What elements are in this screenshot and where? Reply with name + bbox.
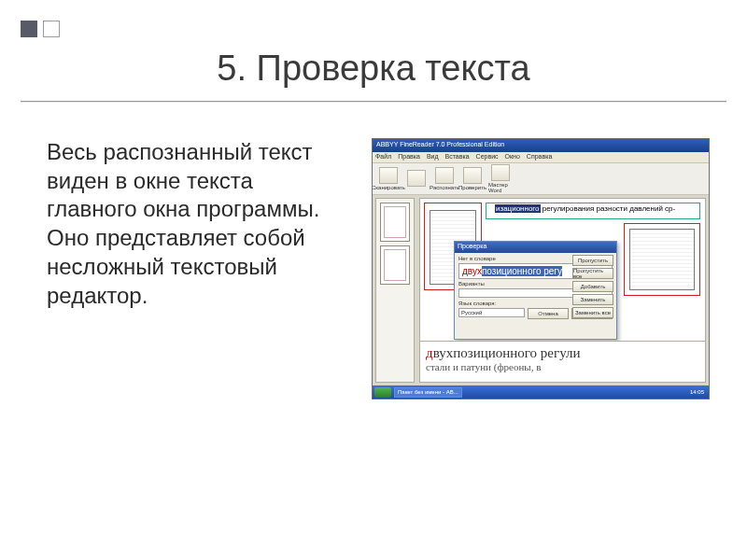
toolbar-open[interactable] xyxy=(404,170,429,188)
menu-item[interactable]: Файл xyxy=(375,153,391,161)
toolbar-label: Проверить xyxy=(458,185,486,190)
taskbar-item[interactable]: Пакет без имени - AB... xyxy=(394,387,462,398)
body-paragraph: Весь распознанный текст виден в окне тек… xyxy=(47,138,345,310)
menu-item[interactable]: Правка xyxy=(398,153,420,161)
replace-button[interactable]: Заменить xyxy=(572,294,613,305)
slide-title: 5. Проверка текста xyxy=(0,49,747,89)
menu-item[interactable]: Сервис xyxy=(476,153,499,161)
thumbnail-page-1[interactable] xyxy=(380,203,410,242)
toolbar-label: Сканировать xyxy=(372,185,405,190)
text-line-2: стали и патуни (фреоны, в xyxy=(426,361,699,372)
toolbar-label: Распознать xyxy=(430,185,459,190)
menu-item[interactable]: Вставка xyxy=(445,153,470,161)
highlight-word: изационного xyxy=(495,204,541,213)
replace-all-button[interactable]: Заменить все xyxy=(572,307,613,318)
dialog-cancel-button[interactable]: Отмена xyxy=(528,308,569,319)
square-dark xyxy=(21,21,37,37)
menu-item[interactable]: Окно xyxy=(505,153,520,161)
toolbar: Сканировать Распознать Проверить Мастер … xyxy=(373,163,709,195)
skip-button[interactable]: Пропустить xyxy=(572,255,613,266)
menu-bar: Файл Правка Вид Вставка Сервис Окно Спра… xyxy=(373,152,709,163)
image-pane: изационного регулирования разности давле… xyxy=(419,198,706,383)
diagram-right xyxy=(629,229,695,290)
system-tray-clock: 14:05 xyxy=(690,389,707,395)
skip-all-button[interactable]: Пропустить все xyxy=(572,268,613,279)
menu-item[interactable]: Справка xyxy=(527,153,552,161)
toolbar-label: Мастер Word xyxy=(488,182,513,193)
toolbar-scan[interactable]: Сканировать xyxy=(376,167,401,190)
taskbar: Пакет без имени - AB... 14:05 xyxy=(373,385,709,399)
word-prefix: двух xyxy=(462,266,482,276)
header-caption: изационного регулирования разности давле… xyxy=(495,204,675,213)
add-button[interactable]: Добавить xyxy=(572,281,613,292)
text-pane[interactable]: двухпозиционного регули стали и патуни (… xyxy=(420,341,705,382)
word-suffix: позиционного регу xyxy=(482,266,562,276)
text-line-1: двухпозиционного регули xyxy=(426,345,699,361)
toolbar-word[interactable]: Мастер Word xyxy=(488,164,513,193)
lang-select[interactable]: Русский xyxy=(458,308,525,317)
work-area: изационного регулирования разности давле… xyxy=(373,195,709,385)
square-light xyxy=(43,21,60,37)
divider xyxy=(21,101,726,103)
toolbar-recognize[interactable]: Распознать xyxy=(432,167,457,190)
accent-squares xyxy=(21,21,60,37)
dialog-button-column: Пропустить Пропустить все Добавить Замен… xyxy=(572,255,613,318)
spellcheck-dialog: Проверка Нет в словаре двухпозиционного … xyxy=(454,241,617,340)
content-row: Весь распознанный текст виден в окне тек… xyxy=(47,138,710,399)
dialog-title: Проверка xyxy=(455,242,616,253)
menu-item[interactable]: Вид xyxy=(427,153,439,161)
thumbnail-page-2[interactable] xyxy=(380,245,410,285)
start-button[interactable] xyxy=(374,387,391,398)
window-titlebar: ABBYY FineReader 7.0 Professional Editio… xyxy=(373,139,709,152)
page-thumbnails xyxy=(375,198,415,383)
text-red-char: д xyxy=(426,345,433,360)
app-screenshot: ABBYY FineReader 7.0 Professional Editio… xyxy=(372,138,710,399)
text-rest: вухпозиционного регули xyxy=(433,345,581,360)
toolbar-check[interactable]: Проверить xyxy=(460,167,485,190)
header-caption-rest: регулирования разности давлений ср- xyxy=(543,204,675,213)
